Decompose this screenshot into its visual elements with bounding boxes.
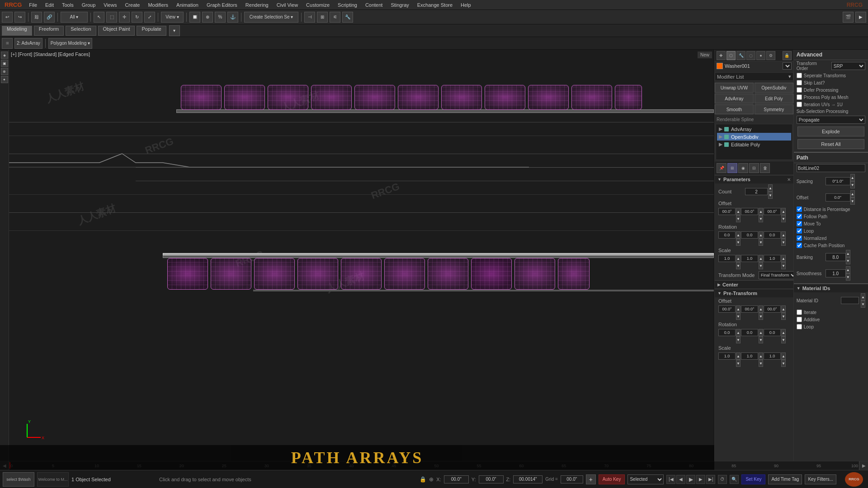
normalized-checkbox[interactable] [797,235,802,241]
menu-tools[interactable]: Tools [58,1,77,9]
follow-path-checkbox[interactable] [797,214,802,219]
sc-z-input[interactable] [764,255,781,262]
prev-frame-btn[interactable]: |◀ [666,475,675,484]
pre-transform-section-header[interactable]: ▼ Pre-Transform [715,289,793,297]
sz-dn[interactable]: ▼ [781,262,786,269]
smoothness-input[interactable] [826,269,846,277]
opensubdiv-btn[interactable]: OpenSubdiv [755,83,793,93]
ribbon-btn[interactable]: 🔧 [342,12,353,23]
additive-checkbox[interactable] [797,317,802,322]
separate-transforms-checkbox[interactable] [797,73,802,78]
ptr-z-input[interactable] [764,329,781,336]
scale-btn[interactable]: ⤢ [144,12,155,23]
material-id-input[interactable] [841,297,859,304]
menu-help[interactable]: Help [457,1,475,9]
show-all-icon[interactable]: ◉ [738,163,748,173]
transform-mode-dropdown[interactable]: Final Transform [759,271,793,279]
ptoy-dn[interactable]: ▼ [759,313,763,320]
modify-tab-icon[interactable]: ⬡ [726,51,736,60]
view-dropdown[interactable]: View ▾ [161,12,184,23]
material-ids-header[interactable]: ▼ Material IDs [794,284,868,292]
timeline-nav-right[interactable]: ▶ [859,461,868,470]
redo-btn[interactable]: ↪ [14,12,25,23]
viewport[interactable]: [+] [Front] [Standard] [Edged Faces] 人人素… [9,50,714,461]
next-frame-btn[interactable]: ▶| [706,475,715,484]
pts-z-input[interactable] [764,352,781,360]
show-result-icon[interactable]: ⊟ [749,163,759,173]
populate-expand-btn[interactable]: ▾ [169,25,180,36]
propagate-dropdown[interactable]: Propagate [797,116,865,124]
render-setup-btn[interactable]: 🎬 [843,12,854,23]
object-name-dropdown[interactable] [783,62,792,70]
ptr-y-input[interactable] [741,329,758,336]
sy-up[interactable]: ▲ [759,255,763,262]
pts-y-input[interactable] [741,352,758,360]
snap-btn[interactable]: ⊕ [202,12,213,23]
snap-toggle[interactable]: 🔲 [189,12,200,23]
menu-animation[interactable]: Animation [173,1,202,9]
path-offset-input[interactable] [826,193,850,202]
sc-y-input[interactable] [741,255,758,262]
ptsy-dn[interactable]: ▼ [759,360,763,367]
rotate-btn[interactable]: ↻ [132,12,142,23]
oy-dn[interactable]: ▼ [759,215,763,222]
ptrx-up[interactable]: ▲ [736,329,741,336]
poffset-dn-btn[interactable]: ▼ [850,197,855,205]
iterate-checkbox[interactable] [797,310,802,315]
add-time-tag-btn[interactable]: Add Time Tag [768,474,802,484]
unlink-btn[interactable]: 🔗 [44,12,55,23]
symmetry-btn[interactable]: Symmetry [755,104,793,114]
ptrx-dn[interactable]: ▼ [736,336,741,343]
cache-path-checkbox[interactable] [797,243,802,248]
params-close-btn[interactable]: ✕ [787,177,791,182]
ptsz-dn[interactable]: ▼ [781,360,786,367]
rot-y-input[interactable] [741,231,758,239]
ptsx-up[interactable]: ▲ [736,352,741,360]
oz-dn[interactable]: ▼ [781,215,786,222]
sc-x-input[interactable] [718,255,736,262]
ptoz-dn[interactable]: ▼ [781,313,786,320]
object-color-swatch[interactable] [717,63,723,69]
tab-selection[interactable]: Selection [66,26,96,36]
motion-tab-icon[interactable]: ◌ [746,51,755,60]
x-coord-input[interactable] [444,475,469,483]
tab-object-paint[interactable]: Object Paint [98,26,135,36]
modifier-list-arrow[interactable]: ▾ [788,74,791,80]
undo-btn[interactable]: ↩ [2,12,13,23]
menu-group[interactable]: Group [78,1,99,9]
y-coord-input[interactable] [479,475,504,483]
play-btn[interactable]: ▶ [686,475,695,484]
grid-input[interactable] [561,475,583,483]
reset-all-button[interactable]: Reset All [797,139,864,149]
menu-exchange-store[interactable]: Exchange Store [414,1,456,9]
render-btn[interactable]: ▶ [855,12,866,23]
oy-up[interactable]: ▲ [759,208,763,215]
menu-customize[interactable]: Customize [302,1,333,9]
delete-mod-icon[interactable]: 🗑 [760,163,770,173]
menu-file[interactable]: File [25,1,41,9]
select-object-btn[interactable]: ↖ [94,12,104,23]
ptox-dn[interactable]: ▼ [736,313,741,320]
left-tool-3[interactable]: ⊕ [1,68,8,75]
left-tool-1[interactable]: ◈ [1,52,8,59]
next-key-btn[interactable]: ▶ [696,475,705,484]
center-section-header[interactable]: ▶ Center [715,280,793,289]
ptox-up[interactable]: ▲ [736,305,741,313]
timeline-nav-left[interactable]: ◀ [0,461,9,470]
menu-graph-editors[interactable]: Graph Editors [203,1,241,9]
ptsy-up[interactable]: ▲ [759,352,763,360]
spacing-input[interactable] [826,177,850,185]
hierarchy-tab-icon[interactable]: 🔧 [736,51,745,60]
auto-key-btn[interactable]: Auto Key [599,474,625,484]
poffset-up-btn[interactable]: ▲ [850,190,855,197]
bank-up-btn[interactable]: ▲ [846,250,850,257]
menu-rendering[interactable]: Rendering [242,1,272,9]
ptr-x-input[interactable] [718,329,736,336]
ptoy-up[interactable]: ▲ [759,305,763,313]
path-loop-checkbox[interactable] [797,228,802,234]
menu-modifiers[interactable]: Modifiers [144,1,172,9]
z-coord-input[interactable] [513,475,542,483]
unwrap-uvw-btn[interactable]: Unwrap UVW [715,83,754,93]
pin-icon[interactable]: 📌 [717,163,726,173]
menu-scripting[interactable]: Scripting [334,1,361,9]
